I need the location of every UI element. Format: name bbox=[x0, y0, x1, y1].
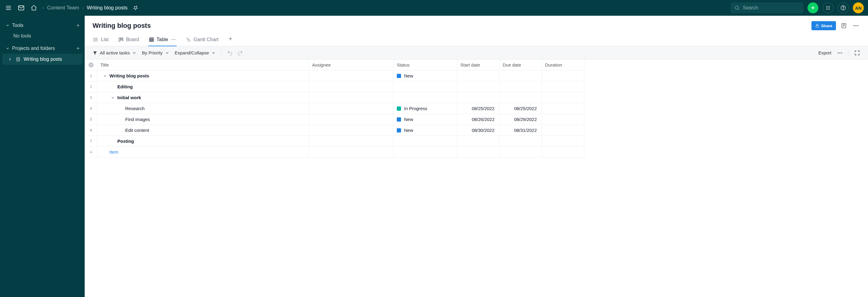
table-settings-button[interactable] bbox=[85, 60, 97, 70]
table-viewport[interactable]: Title Assignee Status Start date Due dat… bbox=[85, 60, 868, 297]
expand-collapse-dropdown[interactable]: Expand/Collapse bbox=[175, 50, 216, 55]
start-date-cell[interactable] bbox=[457, 81, 500, 92]
duration-cell[interactable] bbox=[542, 147, 584, 157]
status-cell[interactable]: New bbox=[394, 125, 457, 136]
column-header-title[interactable]: Title bbox=[97, 60, 309, 70]
title-cell[interactable]: Research bbox=[97, 103, 309, 114]
plus-icon bbox=[228, 36, 233, 41]
status-cell[interactable] bbox=[394, 81, 457, 92]
assignee-cell[interactable] bbox=[309, 125, 394, 136]
due-date-cell[interactable] bbox=[500, 147, 542, 157]
title-cell[interactable]: Writing blog posts bbox=[97, 70, 309, 81]
column-header-start[interactable]: Start date bbox=[457, 60, 500, 70]
new-item-cell[interactable]: Item bbox=[97, 147, 309, 157]
duration-cell[interactable] bbox=[542, 103, 584, 114]
board-icon bbox=[118, 37, 124, 42]
fullscreen-button[interactable] bbox=[854, 50, 860, 56]
due-date-cell[interactable]: 08/25/2022 bbox=[500, 103, 542, 114]
apps-button[interactable] bbox=[823, 2, 834, 13]
status-cell[interactable]: In Progress bbox=[394, 103, 457, 114]
breadcrumb-parent[interactable]: Content Team bbox=[47, 5, 79, 11]
inbox-button[interactable] bbox=[17, 4, 25, 12]
title-cell[interactable]: Editing bbox=[97, 81, 309, 92]
gear-icon bbox=[89, 63, 93, 67]
start-date-cell[interactable]: 08/26/2022 bbox=[457, 114, 500, 125]
status-cell[interactable] bbox=[394, 136, 457, 147]
svg-rect-43 bbox=[122, 38, 123, 41]
column-header-assignee[interactable]: Assignee bbox=[309, 60, 394, 70]
home-button[interactable] bbox=[30, 4, 38, 12]
duration-cell[interactable] bbox=[542, 70, 584, 81]
export-button[interactable]: Export bbox=[818, 50, 831, 55]
title-cell[interactable]: Edit content bbox=[97, 125, 309, 136]
collapse-toggle[interactable] bbox=[103, 74, 107, 78]
tab-table[interactable]: Table bbox=[148, 34, 177, 46]
due-date-cell[interactable]: 08/31/2022 bbox=[500, 125, 542, 136]
start-date-cell[interactable] bbox=[457, 70, 500, 81]
assignee-cell[interactable] bbox=[309, 147, 394, 157]
sidebar-project-writing-blog-posts[interactable]: Writing blog posts bbox=[2, 54, 82, 65]
undo-button[interactable] bbox=[227, 50, 233, 56]
assignee-cell[interactable] bbox=[309, 92, 394, 103]
due-date-cell[interactable] bbox=[500, 92, 542, 103]
share-button[interactable]: Share bbox=[811, 21, 836, 30]
pin-button[interactable] bbox=[131, 4, 140, 12]
due-date-cell[interactable] bbox=[500, 81, 542, 92]
column-header-status[interactable]: Status bbox=[394, 60, 457, 70]
assignee-cell[interactable] bbox=[309, 70, 394, 81]
assignee-cell[interactable] bbox=[309, 136, 394, 147]
column-header-duration[interactable]: Duration bbox=[542, 60, 584, 70]
sidebar-section-tools[interactable]: Tools bbox=[0, 20, 85, 31]
filter-tasks-dropdown[interactable]: All active tasks bbox=[93, 50, 136, 55]
duration-cell[interactable] bbox=[542, 81, 584, 92]
sort-dropdown[interactable]: By Priority bbox=[142, 50, 169, 55]
hamburger-menu-button[interactable] bbox=[4, 4, 13, 12]
duration-cell[interactable] bbox=[542, 114, 584, 125]
collapse-toggle[interactable] bbox=[111, 95, 115, 100]
add-project-button[interactable] bbox=[75, 46, 81, 51]
due-date-cell[interactable]: 08/29/2022 bbox=[500, 114, 542, 125]
assignee-cell[interactable] bbox=[309, 103, 394, 114]
add-tool-button[interactable] bbox=[75, 23, 81, 28]
mail-icon bbox=[18, 4, 25, 11]
breadcrumb-separator: › bbox=[82, 5, 84, 11]
search-input[interactable] bbox=[743, 5, 794, 10]
start-date-cell[interactable]: 08/30/2022 bbox=[457, 125, 500, 136]
column-header-due[interactable]: Due date bbox=[500, 60, 542, 70]
more-menu-button[interactable] bbox=[852, 22, 860, 30]
duration-cell[interactable] bbox=[542, 136, 584, 147]
due-date-cell[interactable] bbox=[500, 70, 542, 81]
add-view-button[interactable] bbox=[228, 36, 233, 44]
add-row-button[interactable] bbox=[85, 147, 97, 157]
tab-list[interactable]: List bbox=[93, 34, 109, 46]
toolbar-more-button[interactable] bbox=[837, 50, 843, 56]
title-cell[interactable]: Initial work bbox=[97, 92, 309, 103]
tab-board[interactable]: Board bbox=[118, 34, 140, 46]
assignee-cell[interactable] bbox=[309, 114, 394, 125]
title-cell[interactable]: Posting bbox=[97, 136, 309, 147]
help-button[interactable] bbox=[838, 2, 849, 13]
breadcrumb-current[interactable]: Writing blog posts bbox=[87, 5, 128, 11]
search-box[interactable] bbox=[731, 2, 803, 13]
global-add-button[interactable] bbox=[807, 2, 818, 13]
start-date-cell[interactable] bbox=[457, 147, 500, 157]
tab-options-button[interactable] bbox=[170, 37, 176, 42]
title-cell[interactable]: Find images bbox=[97, 114, 309, 125]
avatar[interactable]: AN bbox=[853, 2, 864, 13]
start-date-cell[interactable] bbox=[457, 136, 500, 147]
assignee-cell[interactable] bbox=[309, 81, 394, 92]
tab-gantt[interactable]: Gantt Chart bbox=[185, 34, 219, 46]
status-cell[interactable] bbox=[394, 92, 457, 103]
start-date-cell[interactable]: 08/25/2022 bbox=[457, 103, 500, 114]
due-date-cell[interactable] bbox=[500, 136, 542, 147]
row-number: 5 bbox=[85, 114, 97, 125]
sidebar-section-projects[interactable]: Projects and folders bbox=[0, 43, 85, 54]
status-cell[interactable] bbox=[394, 147, 457, 157]
duration-cell[interactable] bbox=[542, 92, 584, 103]
status-cell[interactable]: New bbox=[394, 114, 457, 125]
start-date-cell[interactable] bbox=[457, 92, 500, 103]
duration-cell[interactable] bbox=[542, 125, 584, 136]
redo-button[interactable] bbox=[237, 50, 243, 56]
status-cell[interactable]: New bbox=[394, 70, 457, 81]
activity-panel-button[interactable] bbox=[840, 22, 848, 30]
